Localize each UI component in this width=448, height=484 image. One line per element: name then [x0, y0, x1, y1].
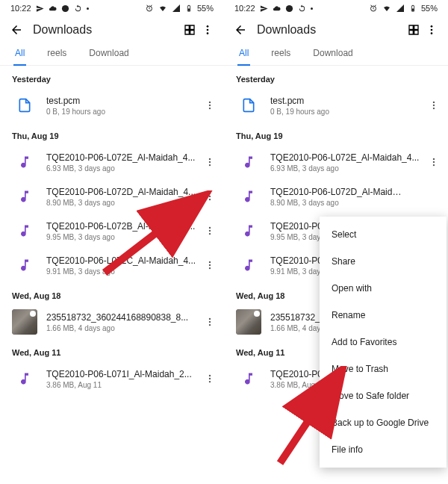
menu-item-share[interactable]: Share	[320, 248, 447, 275]
battery-icon	[409, 4, 417, 13]
sync-icon	[74, 4, 82, 13]
cloud-icon	[273, 4, 281, 13]
status-time: 10:22	[234, 4, 255, 13]
menu-item-move-to-trash[interactable]: Move to Trash	[320, 356, 447, 382]
menu-item-backup-drive[interactable]: Back up to Google Drive	[320, 409, 447, 436]
view-grid-button[interactable]	[405, 24, 423, 36]
tabs: All reels Download	[224, 43, 448, 66]
file-name: TQE2010-P06-L072E_Al-Maidah_4...	[46, 152, 203, 163]
file-name: TQE2010-P06-L071I_Al-Maidah_2...	[46, 369, 203, 379]
tab-download[interactable]: Download	[87, 48, 130, 65]
more-vert-icon	[205, 191, 215, 202]
header-more-button[interactable]	[423, 24, 441, 36]
more-vert-icon	[429, 157, 439, 167]
screenshot-after: 10:22 55% Downloads All reels	[224, 0, 448, 484]
menu-item-open-with[interactable]: Open with	[320, 275, 447, 302]
row-more-button[interactable]	[203, 317, 217, 327]
more-notifications-icon	[87, 7, 89, 10]
back-button[interactable]	[231, 23, 249, 37]
row-more-button[interactable]	[203, 100, 217, 111]
file-stats: 6.93 MB, 3 days ago	[270, 164, 427, 173]
page-title: Downloads	[249, 23, 405, 37]
file-row[interactable]: TQE2010-P06-L072B_Al-Maidah_4...9.95 MB,…	[0, 214, 224, 248]
signal-icon	[172, 4, 181, 13]
menu-item-file-info[interactable]: File info	[320, 436, 447, 463]
more-vert-icon	[205, 157, 215, 167]
video-thumbnail	[236, 309, 261, 335]
file-row[interactable]: 235518732_360244168890838_8...1.66 MB, 4…	[0, 305, 224, 339]
tab-reels[interactable]: reels	[46, 48, 68, 65]
file-row[interactable]: TQE2010-P06-L072E_Al-Maidah_4...6.93 MB,…	[0, 145, 224, 179]
row-more-button[interactable]	[203, 191, 217, 202]
file-name: test.pcm	[270, 96, 427, 106]
app-header: Downloads	[224, 16, 448, 43]
music-icon	[236, 184, 261, 209]
section-header: Yesterday	[0, 66, 224, 88]
section-header: Wed, Aug 11	[0, 339, 224, 362]
signal-icon	[396, 4, 405, 13]
grid-icon	[408, 24, 420, 36]
file-name: test.pcm	[46, 96, 203, 106]
file-row[interactable]: TQE2010-P06-L071I_Al-Maidah_2...3.86 MB,…	[0, 362, 224, 396]
cloud-icon	[49, 4, 57, 13]
back-button[interactable]	[7, 23, 25, 37]
status-battery: 55%	[421, 4, 438, 13]
music-icon	[12, 184, 37, 209]
row-more-button[interactable]	[427, 100, 441, 111]
file-row[interactable]: TQE2010-P06-L072C_Al-Maidah_4...9.91 MB,…	[0, 248, 224, 282]
arrow-left-icon	[10, 23, 23, 37]
more-vert-icon	[426, 24, 438, 36]
row-more-button[interactable]	[203, 226, 217, 236]
alarm-icon	[369, 4, 378, 13]
file-name: TQE2010-P06-L072D_Al-Maidah_4...	[46, 187, 203, 197]
row-more-button[interactable]	[203, 260, 217, 270]
tabs: All reels Download	[0, 43, 224, 66]
view-grid-button[interactable]	[181, 24, 199, 36]
file-name: 235518732_360244168890838_8...	[46, 312, 203, 323]
file-row[interactable]: TQE2010-P06-L072D_Al-Maidah_4...8.90 MB,…	[0, 179, 224, 214]
more-vert-icon	[205, 317, 215, 327]
file-row[interactable]: test.pcm0 B, 19 hours ago	[224, 88, 448, 122]
section-header: Yesterday	[224, 66, 448, 88]
row-more-button[interactable]	[427, 157, 441, 167]
menu-item-add-favorites[interactable]: Add to Favorites	[320, 329, 447, 356]
battery-icon	[185, 4, 193, 13]
file-row[interactable]: TQE2010-P06-L072D_Al-Maid…8.90 MB, 3 day…	[224, 179, 448, 214]
file-name: TQE2010-P06-L072E_Al-Maidah_4...	[270, 152, 427, 163]
tab-all[interactable]: All	[237, 48, 250, 66]
file-stats: 0 B, 19 hours ago	[46, 108, 203, 116]
facebook-icon	[285, 4, 293, 13]
sync-icon	[298, 4, 306, 13]
section-header: Thu, Aug 19	[224, 122, 448, 145]
header-more-button[interactable]	[199, 24, 217, 36]
more-vert-icon	[205, 260, 215, 270]
telegram-icon	[36, 4, 44, 13]
page-title: Downloads	[25, 23, 181, 37]
menu-item-move-to-safe[interactable]: Move to Safe folder	[320, 382, 447, 409]
menu-item-select[interactable]: Select	[320, 221, 447, 248]
tab-download[interactable]: Download	[311, 48, 354, 65]
wifi-icon	[158, 4, 167, 13]
file-stats: 1.66 MB, 4 days ago	[46, 324, 203, 332]
file-row[interactable]: TQE2010-P06-L072E_Al-Maidah_4...6.93 MB,…	[224, 145, 448, 179]
row-more-button[interactable]	[203, 373, 217, 384]
music-icon	[12, 252, 37, 278]
document-icon	[236, 93, 261, 118]
status-battery: 55%	[197, 4, 214, 13]
music-icon	[236, 252, 261, 278]
status-bar: 10:22 55%	[0, 0, 224, 16]
document-icon	[12, 93, 37, 118]
section-header: Thu, Aug 19	[0, 122, 224, 145]
menu-item-rename[interactable]: Rename	[320, 302, 447, 329]
status-bar: 10:22 55%	[224, 0, 448, 16]
tab-reels[interactable]: reels	[270, 48, 292, 65]
section-header: Wed, Aug 18	[0, 282, 224, 305]
file-stats: 8.90 MB, 3 days ago	[270, 199, 441, 207]
row-more-button[interactable]	[203, 157, 217, 167]
file-row[interactable]: test.pcm0 B, 19 hours ago	[0, 88, 224, 122]
grid-icon	[184, 24, 196, 36]
music-icon	[12, 218, 37, 243]
tab-all[interactable]: All	[13, 48, 26, 66]
file-name: TQE2010-P06-L072D_Al-Maid…	[270, 187, 441, 197]
more-vert-icon	[202, 24, 214, 36]
